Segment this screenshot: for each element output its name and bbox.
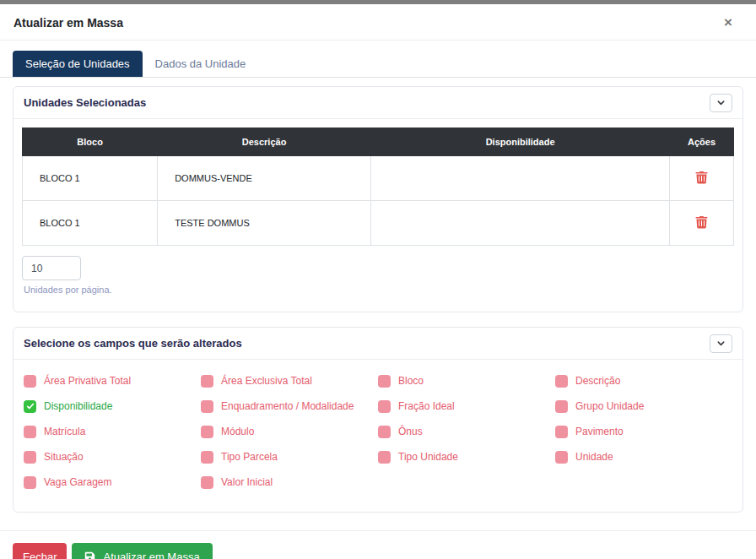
field-checkbox-item[interactable]: Área Exclusiva Total bbox=[201, 373, 378, 388]
save-icon bbox=[84, 551, 95, 559]
cell-disponibilidade bbox=[371, 156, 670, 201]
field-checkbox-item[interactable]: Fração Ideal bbox=[378, 399, 555, 414]
checkbox-unchecked-icon[interactable] bbox=[201, 375, 213, 388]
field-checkbox-item[interactable]: Disponibilidade bbox=[24, 399, 201, 414]
table-row: BLOCO 1TESTE DOMMUS bbox=[23, 201, 734, 246]
field-label: Pavimento bbox=[575, 426, 624, 437]
field-checkbox-item[interactable]: Situação bbox=[24, 449, 201, 464]
field-label: Fração Ideal bbox=[398, 400, 455, 412]
mass-update-modal: Atualizar em Massa × Seleção de Unidades… bbox=[0, 4, 756, 559]
field-label: Valor Inicial bbox=[221, 476, 273, 488]
collapse-fields-button[interactable] bbox=[710, 334, 732, 353]
field-label: Enquadramento / Modalidade bbox=[221, 400, 354, 412]
checkbox-unchecked-icon[interactable] bbox=[555, 375, 568, 388]
cell-acoes bbox=[670, 156, 734, 201]
field-checkbox-item[interactable]: Enquadramento / Modalidade bbox=[201, 399, 378, 414]
tab-bar: Seleção de Unidades Dados da Unidade bbox=[0, 41, 756, 78]
modal-footer: Fechar Atualizar em Massa bbox=[0, 530, 756, 559]
selected-units-card-header: Unidades Selecionadas bbox=[14, 87, 742, 119]
modal-header: Atualizar em Massa × bbox=[0, 4, 756, 41]
field-label: Situação bbox=[44, 451, 84, 463]
field-checkbox-item[interactable]: Descrição bbox=[555, 373, 732, 388]
field-label: Grupo Unidade bbox=[575, 400, 644, 412]
column-header-acoes: Ações bbox=[670, 128, 734, 156]
field-label: Área Exclusiva Total bbox=[221, 375, 312, 387]
cell-disponibilidade bbox=[371, 201, 670, 246]
field-label: Ônus bbox=[398, 426, 423, 437]
trash-icon bbox=[695, 219, 708, 231]
units-table: Bloco Descrição Disponibilidade Ações BL… bbox=[22, 128, 734, 246]
checkbox-unchecked-icon[interactable] bbox=[201, 426, 213, 438]
delete-unit-button[interactable] bbox=[695, 171, 708, 184]
field-checkbox-item[interactable]: Área Privativa Total bbox=[24, 373, 201, 388]
field-label: Tipo Unidade bbox=[398, 451, 458, 463]
column-header-bloco: Bloco bbox=[23, 128, 158, 156]
units-table-body: BLOCO 1DOMMUS-VENDEBLOCO 1TESTE DOMMUS bbox=[23, 156, 734, 246]
checkbox-unchecked-icon[interactable] bbox=[201, 451, 213, 464]
field-checkbox-item[interactable]: Valor Inicial bbox=[201, 475, 378, 490]
field-checkbox-item[interactable]: Vaga Garagem bbox=[24, 475, 201, 490]
field-checkbox-item[interactable]: Pavimento bbox=[555, 424, 732, 439]
checkbox-unchecked-icon[interactable] bbox=[24, 375, 36, 388]
tab-selecao-de-unidades[interactable]: Seleção de Unidades bbox=[13, 51, 143, 77]
column-header-disponibilidade: Disponibilidade bbox=[371, 128, 670, 156]
cell-descricao: TESTE DOMMUS bbox=[158, 201, 371, 246]
field-label: Área Privativa Total bbox=[44, 375, 131, 387]
field-label: Vaga Garagem bbox=[44, 476, 112, 488]
checkbox-unchecked-icon[interactable] bbox=[24, 451, 36, 464]
chevron-down-icon bbox=[716, 98, 726, 107]
field-checkbox-item[interactable]: Unidade bbox=[555, 449, 732, 464]
fechar-button[interactable]: Fechar bbox=[13, 543, 67, 559]
field-label: Bloco bbox=[398, 375, 424, 387]
fields-card-header: Selecione os campos que serão alterados bbox=[14, 328, 742, 360]
checkbox-unchecked-icon[interactable] bbox=[378, 451, 391, 464]
field-checkbox-item[interactable]: Módulo bbox=[201, 424, 378, 439]
column-header-descricao: Descrição bbox=[158, 128, 371, 156]
atualizar-em-massa-label: Atualizar em Massa bbox=[103, 551, 199, 559]
checkbox-unchecked-icon[interactable] bbox=[378, 400, 391, 413]
collapse-units-button[interactable] bbox=[710, 94, 732, 112]
delete-unit-button[interactable] bbox=[695, 215, 708, 229]
field-checkbox-item[interactable]: Tipo Unidade bbox=[378, 449, 555, 464]
selected-units-title: Unidades Selecionadas bbox=[24, 96, 146, 109]
checkbox-unchecked-icon[interactable] bbox=[24, 426, 36, 438]
field-checkbox-item[interactable]: Bloco bbox=[378, 373, 555, 388]
fields-grid: Área Privativa TotalÁrea Exclusiva Total… bbox=[14, 360, 742, 512]
fields-card: Selecione os campos que serão alterados … bbox=[13, 327, 743, 513]
field-label: Módulo bbox=[221, 426, 254, 437]
field-checkbox-item[interactable]: Matrícula bbox=[24, 424, 201, 439]
per-page-input[interactable] bbox=[22, 256, 81, 280]
selected-units-card-body: Bloco Descrição Disponibilidade Ações BL… bbox=[14, 119, 742, 312]
table-row: BLOCO 1DOMMUS-VENDE bbox=[23, 156, 734, 201]
checkbox-unchecked-icon[interactable] bbox=[24, 476, 36, 489]
checkbox-unchecked-icon[interactable] bbox=[555, 400, 568, 413]
cell-acoes bbox=[670, 201, 734, 246]
field-label: Descrição bbox=[575, 375, 620, 387]
field-label: Tipo Parcela bbox=[221, 451, 278, 463]
field-label: Matrícula bbox=[44, 426, 85, 437]
cell-descricao: DOMMUS-VENDE bbox=[158, 156, 371, 201]
field-checkbox-item[interactable]: Grupo Unidade bbox=[555, 399, 732, 414]
trash-icon bbox=[695, 174, 708, 187]
chevron-down-icon bbox=[716, 339, 726, 348]
field-label: Unidade bbox=[575, 451, 613, 463]
atualizar-em-massa-button[interactable]: Atualizar em Massa bbox=[72, 543, 212, 559]
checkbox-unchecked-icon[interactable] bbox=[201, 476, 213, 489]
fields-card-title: Selecione os campos que serão alterados bbox=[24, 337, 242, 350]
checkbox-checked-icon[interactable] bbox=[24, 400, 36, 413]
cell-bloco: BLOCO 1 bbox=[23, 201, 158, 246]
close-icon[interactable]: × bbox=[721, 15, 736, 30]
checkbox-unchecked-icon[interactable] bbox=[378, 375, 391, 388]
per-page-label: Unidades por página. bbox=[24, 285, 734, 295]
field-label: Disponibilidade bbox=[44, 400, 112, 412]
checkbox-unchecked-icon[interactable] bbox=[201, 400, 213, 413]
checkbox-unchecked-icon[interactable] bbox=[555, 426, 568, 438]
units-table-head: Bloco Descrição Disponibilidade Ações bbox=[23, 128, 734, 156]
field-checkbox-item[interactable]: Tipo Parcela bbox=[201, 449, 378, 464]
tab-dados-da-unidade[interactable]: Dados da Unidade bbox=[143, 51, 259, 77]
modal-title: Atualizar em Massa bbox=[14, 16, 123, 30]
checkbox-unchecked-icon[interactable] bbox=[378, 426, 391, 438]
field-checkbox-item[interactable]: Ônus bbox=[378, 424, 555, 439]
selected-units-card: Unidades Selecionadas Bloco Descrição Di… bbox=[13, 86, 743, 312]
checkbox-unchecked-icon[interactable] bbox=[555, 451, 568, 464]
